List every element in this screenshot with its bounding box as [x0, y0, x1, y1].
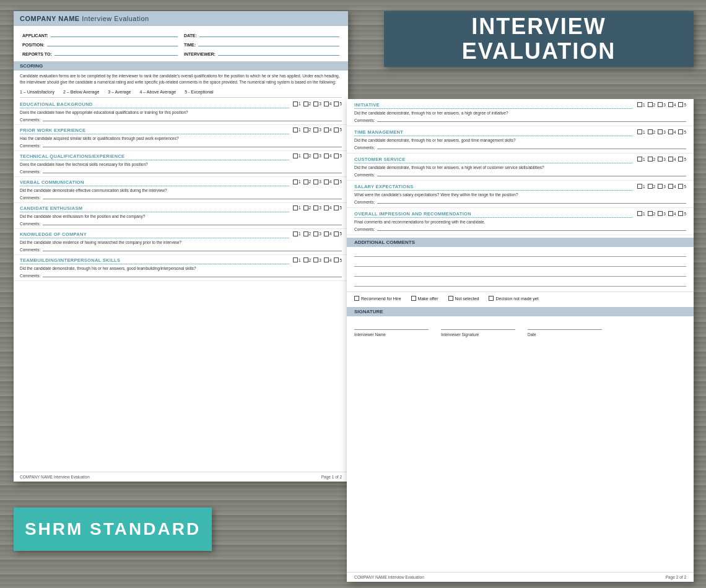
cb-edu-5-box: [334, 102, 339, 106]
section-salary-desc: What were the candidate's salary expecta…: [354, 192, 686, 197]
scoring-header: SCORING: [14, 61, 348, 71]
recommend-not-selected: Not selected: [448, 296, 479, 301]
recommend-row: Recommend for Hire Make offer Not select…: [347, 292, 694, 305]
cb-edu-3: 3: [313, 102, 321, 106]
big-title-text: InterviewEvaluation: [462, 14, 616, 63]
sig-interviewer-signature: Interviewer Signature: [441, 324, 515, 337]
recommend-decision-not-made: Decision not made yet: [489, 296, 538, 301]
section-salary-title: SALARY EXPECTATIONS: [354, 184, 632, 191]
date-label: DATE:: [184, 33, 197, 38]
scale-5: 5 - Exceptional: [185, 90, 213, 94]
section-prior-work-title-row: PRIOR WORK EXPERIENCE 1 2 3 4 5: [20, 128, 342, 134]
educational-comments-label: Comments:: [20, 118, 40, 122]
field-time: TIME:: [184, 40, 339, 47]
prior-work-checkboxes: 1 2 3 4 5: [293, 128, 342, 132]
applicant-label: APPLICANT:: [22, 33, 48, 38]
section-time-management-desc: Did the candidate demonstrate, through h…: [354, 137, 686, 143]
cb-edu-2-box: [303, 102, 308, 106]
section-initiative: INITIATIVE 1 2 3 4 5 Did the candidate d…: [347, 99, 694, 126]
recommend-hire: Recommend for Hire: [354, 296, 401, 301]
recommend-hire-label: Recommend for Hire: [361, 296, 401, 301]
educational-comments-line: [43, 116, 342, 121]
section-prior-work-desc: Has the candidate acquired similar skill…: [20, 136, 342, 141]
scale-3: 3 – Average: [108, 90, 131, 94]
sig-interviewer-signature-label: Interviewer Signature: [441, 332, 515, 337]
field-date: DATE:: [184, 31, 339, 38]
cb-not-selected: [448, 296, 453, 301]
sig-date: Date: [528, 324, 602, 337]
educational-checkboxes: 1 2 3 4 5: [293, 102, 342, 106]
interviewer-line: [218, 50, 339, 56]
section-educational-title: EDUCATIONAL BACKGROUND: [20, 102, 289, 108]
sig-interviewer-name-label: Interviewer Name: [354, 332, 429, 337]
section-teambuilding-desc: Did the candidate demonstrate, through h…: [20, 266, 342, 271]
page2-footer-left: COMPANY NAME Interview Evaluation: [354, 575, 424, 579]
section-knowledge-desc: Did the candidate show evidence of havin…: [20, 240, 342, 245]
reports-to-label: REPORTS TO:: [22, 52, 52, 56]
page1-header: COMPANY NAME Interview Evaluation: [14, 11, 348, 26]
reports-to-line: [54, 50, 178, 56]
section-enthusiasm-title: CANDIDATE ENTHUSIASM: [20, 205, 289, 212]
section-prior-work: PRIOR WORK EXPERIENCE 1 2 3 4 5 Has the …: [14, 125, 348, 151]
page1-company-name: COMPANY NAME: [20, 15, 80, 22]
section-overall-desc: Final comments and recommendations for p…: [354, 219, 686, 225]
section-time-management-title: TIME MANAGEMENT: [354, 129, 632, 136]
cb-edu-1-box: [293, 102, 298, 106]
shrm-text: Shrm Standard: [25, 519, 201, 539]
section-customer-service-desc: Did the candidate demonstrate, through h…: [354, 165, 686, 170]
section-technical-title: TECHNICAL QUALIFICATIONS/EXPERIENCE: [20, 153, 289, 160]
field-applicant: APPLICANT:: [22, 31, 178, 38]
cb-edu-4: 4: [324, 102, 332, 106]
section-overall: OVERALL IMPRESSION AND RECOMMENDATION 1 …: [347, 208, 694, 235]
section-enthusiasm: CANDIDATE ENTHUSIASM 1 2 3 4 5 Did the c…: [14, 203, 348, 229]
page1-footer: COMPANY NAME Interview Evaluation Page 1…: [14, 472, 348, 482]
cb-edu-1: 1: [293, 102, 301, 106]
page2-footer: COMPANY NAME Interview Evaluation Page 2…: [347, 572, 694, 582]
cb-decision-not-made: [489, 296, 494, 301]
section-educational-title-row: EDUCATIONAL BACKGROUND 1 2 3 4 5: [20, 102, 342, 108]
rating-scale: 1 – Unsatisfactory 2 – Below Average 3 –…: [14, 88, 348, 96]
interviewer-label: INTERVIEWER:: [184, 52, 216, 56]
position-line: [47, 40, 178, 46]
signature-header: SIGNATURE: [347, 307, 694, 316]
cb-make-offer: [411, 296, 416, 301]
section-educational: EDUCATIONAL BACKGROUND 1 2 3 4 5 Does th…: [14, 99, 348, 125]
time-line: [198, 40, 339, 46]
section-customer-service: CUSTOMER SERVICE 1 2 3 4 5 Did the candi…: [347, 153, 694, 181]
not-selected-label: Not selected: [455, 296, 479, 301]
page1-eval-title: Interview Evaluation: [82, 15, 149, 22]
scale-1: 1 – Unsatisfactory: [20, 90, 54, 94]
educational-comments-row: Comments:: [20, 116, 342, 122]
make-offer-label: Make offer: [418, 296, 438, 301]
additional-comments-lines: [347, 247, 694, 292]
section-verbal: VERBAL COMMUNICATION 1 2 3 4 5 Did the c…: [14, 177, 348, 203]
section-educational-desc: Does the candidate have the appropriate …: [20, 110, 342, 115]
cb-edu-3-box: [313, 102, 318, 106]
page1-footer-right: Page 1 of 2: [321, 475, 342, 479]
comment-line-2: [354, 259, 686, 267]
section-overall-title: OVERALL IMPRESSION AND RECOMMENDATION: [354, 211, 632, 218]
applicant-line: [51, 31, 178, 37]
section-enthusiasm-desc: Did the candidate show enthusiasm for th…: [20, 214, 342, 219]
sig-interviewer-name: Interviewer Name: [354, 324, 429, 337]
scale-2: 2 – Below Average: [63, 90, 99, 94]
section-time-management: TIME MANAGEMENT 1 2 3 4 5 Did the candid…: [347, 126, 694, 153]
section-initiative-desc: Did the candidate demonstrate, through h…: [354, 110, 686, 116]
section-knowledge-title: KNOWLEDGE OF COMPANY: [20, 231, 289, 238]
recommend-make-offer: Make offer: [411, 296, 438, 301]
shrm-banner: Shrm Standard: [14, 508, 212, 551]
section-technical: TECHNICAL QUALIFICATIONS/EXPERIENCE 1 2 …: [14, 151, 348, 177]
page2: INITIATIVE 1 2 3 4 5 Did the candidate d…: [347, 99, 694, 582]
section-customer-service-title: CUSTOMER SERVICE: [354, 157, 632, 163]
section-verbal-desc: Did the candidate demonstrate effective …: [20, 188, 342, 193]
divider: [20, 97, 342, 98]
section-teambuilding-title: TEAMBUILDING/INTERPERSONAL SKILLS: [20, 257, 289, 264]
sig-date-line: [528, 324, 602, 330]
position-label: POSITION:: [22, 43, 45, 47]
signature-row: Interviewer Name Interviewer Signature D…: [347, 316, 694, 340]
page1-footer-left: COMPANY NAME Interview Evaluation: [20, 475, 90, 479]
sig-interviewer-name-line: [354, 324, 429, 330]
section-prior-work-title: PRIOR WORK EXPERIENCE: [20, 128, 289, 134]
section-salary: SALARY EXPECTATIONS 1 2 3 4 5 What were …: [347, 181, 694, 208]
big-title-banner: InterviewEvaluation: [384, 11, 694, 67]
